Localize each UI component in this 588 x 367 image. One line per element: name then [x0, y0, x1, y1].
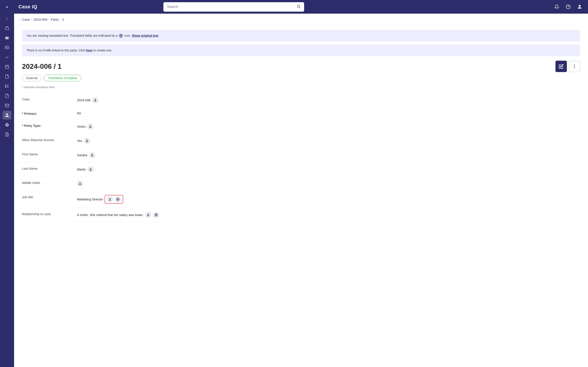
field-label-case: Case:: [22, 97, 73, 101]
reporter-access-person-icon[interactable]: [84, 138, 90, 144]
svg-point-2: [6, 47, 7, 48]
field-label-party-type: * Party Type:: [22, 124, 73, 127]
svg-point-23: [574, 67, 575, 68]
field-row-last-name: Last Name: Martin: [22, 162, 580, 177]
sidebar-item-home[interactable]: ⌂: [3, 14, 11, 23]
translation-text: You are viewing translated text. Transla…: [26, 34, 118, 37]
relationship-globe-icon[interactable]: [153, 212, 159, 218]
job-title-globe-icon[interactable]: [115, 196, 121, 202]
field-row-party-type: * Party Type: Victim: [22, 120, 580, 134]
field-value-case: 2024-006: [77, 97, 98, 103]
field-value-relationship: A victim. She noticed that her salary wa…: [77, 212, 159, 218]
job-title-icons-highlighted: [105, 195, 123, 204]
field-label-job-title: Job title:: [22, 195, 73, 199]
field-value-primary: No: [77, 111, 81, 115]
field-row-job-title: Job title: Marketing Director: [22, 191, 580, 208]
sidebar-item-tasks[interactable]: [3, 53, 11, 62]
sidebar-item-folder[interactable]: [3, 33, 11, 42]
profile-alert: There is no Profile linked to this party…: [22, 45, 580, 56]
sidebar-item-notes[interactable]: [3, 72, 11, 81]
svg-point-11: [5, 86, 6, 87]
field-value-first-name: Sandra: [77, 152, 95, 158]
field-value-last-name: Martin: [77, 166, 94, 173]
field-label-reporter-access: Allow Reporter Access:: [22, 138, 73, 142]
svg-point-12: [5, 87, 6, 88]
sidebar-item-list[interactable]: [3, 82, 11, 91]
sidebar-item-documents[interactable]: [3, 92, 11, 100]
show-original-link[interactable]: Show original text: [132, 34, 159, 37]
relationship-person-icon[interactable]: [145, 212, 151, 218]
last-name-person-icon[interactable]: [87, 166, 94, 173]
field-row-relationship: Relationship to case: A victim. She noti…: [22, 208, 580, 222]
field-row-reporter-access: Allow Reporter Access: Yes: [22, 134, 580, 148]
breadcrumb-current: 1: [62, 17, 64, 21]
field-label-first-name: First Name:: [22, 152, 73, 156]
collapse-toggle[interactable]: ›: [19, 18, 20, 21]
translation-alert: You are viewing translated text. Transla…: [22, 30, 580, 42]
subheader: › Case / 2024-006 / Party / 1: [14, 14, 588, 25]
sidebar-item-reports[interactable]: [3, 130, 11, 139]
record-title: 2024-006 / 1: [22, 62, 62, 71]
navbar-actions: [553, 3, 584, 11]
field-row-case: Case: 2024-006: [22, 93, 580, 108]
relationship-value: A victim. She noticed that her salary wa…: [77, 213, 143, 217]
navbar: Case IQ: [14, 0, 588, 14]
field-label-middle-initial: Middle Initial:: [22, 181, 73, 185]
field-value-party-type: Victim: [77, 124, 94, 130]
tag-translation-complete: Translation Complete: [44, 75, 81, 81]
field-value-reporter-access: Yes: [77, 138, 90, 144]
sidebar-item-email[interactable]: [3, 101, 11, 110]
edit-button[interactable]: [555, 61, 567, 72]
field-label-last-name: Last Name:: [22, 166, 73, 170]
svg-rect-0: [6, 27, 9, 30]
first-name-person-icon[interactable]: [89, 152, 95, 158]
help-button[interactable]: [564, 3, 572, 11]
middle-initial-person-icon[interactable]: [77, 181, 83, 187]
create-profile-link[interactable]: here: [86, 49, 93, 52]
sidebar-item-calendar[interactable]: [3, 62, 11, 71]
notifications-button[interactable]: [553, 3, 561, 11]
case-value: 2024-006: [77, 99, 90, 102]
sidebar-item-cases[interactable]: [3, 24, 11, 33]
field-row-first-name: First Name: Sandra: [22, 148, 580, 162]
sidebar-item-idcard[interactable]: [3, 43, 11, 52]
account-button[interactable]: [576, 3, 584, 11]
breadcrumb-case-id[interactable]: 2024-006: [34, 17, 47, 21]
record-actions: [555, 61, 580, 72]
tag-external: External: [22, 75, 42, 81]
svg-point-15: [297, 5, 300, 8]
party-type-person-icon[interactable]: [87, 124, 94, 130]
svg-point-10: [5, 85, 6, 85]
breadcrumb-case[interactable]: Case: [22, 17, 30, 21]
primary-value: No: [77, 111, 81, 115]
search-input[interactable]: [167, 5, 294, 9]
case-person-icon[interactable]: [92, 97, 98, 103]
field-row-middle-initial: Middle Initial:: [22, 177, 580, 191]
field-label-relationship: Relationship to case:: [22, 212, 73, 216]
sidebar-add-button[interactable]: ＋: [3, 3, 11, 11]
brand-logo: Case IQ: [18, 4, 37, 10]
field-label-primary: * Primary:: [22, 111, 73, 115]
form-fields: Case: 2024-006 * Primary: No: [22, 93, 580, 222]
search-icon: [297, 4, 301, 9]
more-options-button[interactable]: [569, 61, 580, 72]
first-name-value: Sandra: [77, 153, 87, 157]
job-title-person-icon[interactable]: [107, 196, 113, 202]
content-area: › Case / 2024-006 / Party / 1 You are vi…: [14, 14, 588, 367]
reporter-access-value: Yes: [77, 139, 82, 143]
page-body: You are viewing translated text. Transla…: [14, 25, 588, 226]
record-header: 2024-006 / 1: [22, 61, 580, 72]
svg-point-21: [574, 65, 575, 66]
breadcrumb: Case / 2024-006 / Party / 1: [22, 17, 64, 21]
sidebar-item-settings[interactable]: [3, 120, 11, 129]
breadcrumb-party[interactable]: Party: [51, 17, 59, 21]
sidebar-item-parties[interactable]: [3, 111, 11, 120]
sidebar: ＋ ⌂: [0, 0, 14, 367]
field-value-middle-initial: [77, 181, 83, 187]
mandatory-note: * Indicates mandatory field: [22, 86, 580, 89]
field-row-primary: * Primary: No: [22, 108, 580, 120]
party-type-value: Victim: [77, 125, 85, 128]
job-title-value: Marketing Director: [77, 198, 103, 201]
last-name-value: Martin: [77, 168, 86, 171]
main-area: Case IQ › Case: [14, 0, 588, 367]
